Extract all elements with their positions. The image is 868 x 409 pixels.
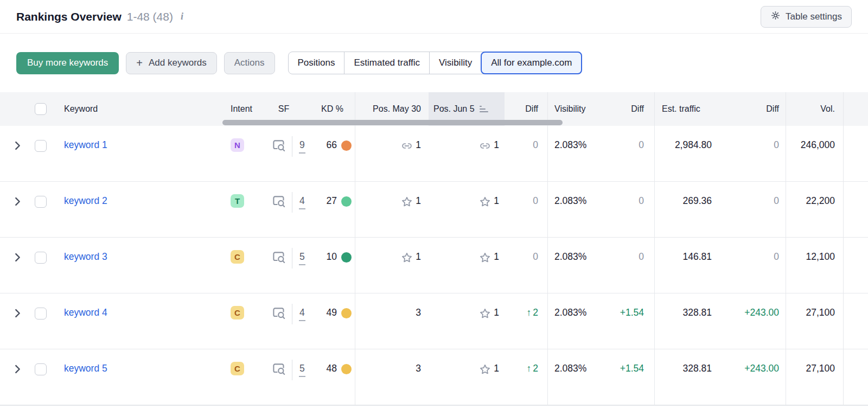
intent-badge[interactable]: T <box>231 194 244 208</box>
row-checkbox[interactable] <box>35 308 47 319</box>
position-diff-value: 0 <box>533 195 538 207</box>
select-all-checkbox[interactable] <box>35 103 47 115</box>
sf-count[interactable]: 4 <box>299 307 305 321</box>
keyword-cell: keyword 5 <box>56 349 222 405</box>
row-checkbox-cell <box>35 182 56 237</box>
volume-cell: 27,100 <box>786 293 844 349</box>
kd-cell: 10 <box>309 238 355 293</box>
tab-estimated-traffic[interactable]: Estimated traffic <box>344 52 429 74</box>
actions-button[interactable]: Actions <box>224 52 275 74</box>
keyword-link[interactable]: keyword 1 <box>64 139 107 151</box>
pos-jun-5-value: 1 <box>494 307 499 318</box>
chevron-right-icon[interactable] <box>15 253 21 265</box>
column-header-diff-traffic[interactable]: Diff <box>714 92 786 126</box>
position-diff-value: 0 <box>533 139 538 151</box>
pos-may-30-cell: 1 <box>355 238 429 293</box>
serp-features-icon[interactable] <box>272 307 286 322</box>
visibility-cell: 2.083% <box>548 182 608 237</box>
horizontal-scrollbar-thumb[interactable] <box>222 120 563 125</box>
view-tabs: PositionsEstimated trafficVisibilityAll … <box>288 52 583 74</box>
visibility-value: 2.083% <box>554 139 586 151</box>
serp-features-icon[interactable] <box>272 363 286 378</box>
visibility-diff-cell: 0 <box>608 238 655 293</box>
pos-jun-5-value: 1 <box>494 363 499 374</box>
star-icon <box>479 196 491 208</box>
kd-difficulty-dot <box>341 140 352 151</box>
keyword-link[interactable]: keyword 4 <box>64 307 107 318</box>
position-diff-cell: 0 <box>505 182 548 237</box>
chevron-right-icon[interactable] <box>15 197 21 209</box>
row-checkbox[interactable] <box>35 363 47 375</box>
pos-may-30-cell: 1 <box>355 126 429 181</box>
volume-value: 12,100 <box>806 251 835 263</box>
position-diff-cell: 0 <box>505 238 548 293</box>
table-row: keyword 4 C 4 49 3 <box>0 293 868 349</box>
row-checkbox[interactable] <box>35 196 47 208</box>
link-icon <box>401 140 413 152</box>
volume-value: 27,100 <box>806 307 835 318</box>
pos-may-30-cell: 1 <box>355 182 429 237</box>
est-traffic-cell: 146.81 <box>655 238 714 293</box>
column-header-volume[interactable]: Vol. <box>786 92 844 126</box>
chevron-right-icon[interactable] <box>15 309 21 321</box>
visibility-diff-value: 0 <box>639 251 644 263</box>
pos-jun-5-cell: 1 <box>429 293 505 349</box>
kd-difficulty-dot <box>341 364 352 374</box>
tab-all-for-example-com[interactable]: All for example.com <box>481 52 582 74</box>
table-settings-label: Table settings <box>786 11 842 22</box>
table-bottom-divider <box>0 405 868 406</box>
keyword-link[interactable]: keyword 2 <box>64 195 107 207</box>
kd-difficulty-dot <box>341 196 352 207</box>
keyword-link[interactable]: keyword 3 <box>64 251 107 263</box>
table-body: keyword 1 N 9 66 1 <box>0 126 868 405</box>
traffic-diff-value: 0 <box>774 195 779 207</box>
buy-more-keywords-button[interactable]: Buy more keywords <box>16 52 119 74</box>
serp-features-icon[interactable] <box>272 251 286 266</box>
column-header-keyword[interactable]: Keyword <box>56 92 222 126</box>
traffic-diff-cell: 0 <box>714 238 786 293</box>
row-checkbox-cell <box>35 126 56 181</box>
serp-features-icon[interactable] <box>272 139 286 155</box>
add-keywords-button[interactable]: + Add keywords <box>126 52 216 74</box>
star-icon <box>401 196 413 208</box>
traffic-diff-value: +243.00 <box>744 363 779 374</box>
intent-badge[interactable]: C <box>231 250 244 264</box>
visibility-cell: 2.083% <box>548 238 608 293</box>
table-settings-button[interactable]: Table settings <box>761 6 852 28</box>
tab-visibility[interactable]: Visibility <box>429 52 481 74</box>
sf-count[interactable]: 9 <box>299 139 305 154</box>
gear-icon <box>770 10 781 23</box>
chevron-right-icon[interactable] <box>15 365 21 376</box>
sf-count[interactable]: 5 <box>299 251 305 265</box>
row-checkbox[interactable] <box>35 252 47 264</box>
row-expander-cell <box>0 293 35 349</box>
traffic-diff-value: +243.00 <box>744 307 779 318</box>
actions-label: Actions <box>234 57 265 68</box>
info-icon[interactable]: i <box>181 11 183 22</box>
sf-divider <box>292 136 292 157</box>
pos-jun-5-cell: 1 <box>429 349 505 405</box>
visibility-diff-cell: +1.54 <box>608 293 655 349</box>
intent-badge[interactable]: N <box>231 138 244 152</box>
sf-count[interactable]: 5 <box>299 363 305 377</box>
volume-cell: 246,000 <box>786 126 844 181</box>
plus-icon: + <box>136 57 143 68</box>
column-header-est-traffic[interactable]: Est. traffic <box>655 92 714 126</box>
row-checkbox[interactable] <box>35 140 47 152</box>
table-header-row: Keyword Intent SF KD % Pos. May 30 Pos. … <box>0 92 868 126</box>
serp-features-icon[interactable] <box>272 195 286 210</box>
column-header-diff-visibility[interactable]: Diff <box>608 92 655 126</box>
chevron-right-icon[interactable] <box>15 141 21 153</box>
tab-positions[interactable]: Positions <box>289 52 344 74</box>
pos-may-30-value: 1 <box>416 195 421 207</box>
keyword-link[interactable]: keyword 5 <box>64 363 107 374</box>
page-title: Rankings Overview <box>16 10 122 23</box>
kd-value: 66 <box>327 139 337 151</box>
est-traffic-value: 328.81 <box>682 307 712 318</box>
intent-badge[interactable]: C <box>231 362 244 375</box>
intent-badge[interactable]: C <box>231 306 244 319</box>
traffic-diff-cell: 0 <box>714 126 786 181</box>
sf-count[interactable]: 4 <box>299 195 305 209</box>
intent-cell: C <box>222 293 256 349</box>
row-filler-cell <box>844 238 868 293</box>
